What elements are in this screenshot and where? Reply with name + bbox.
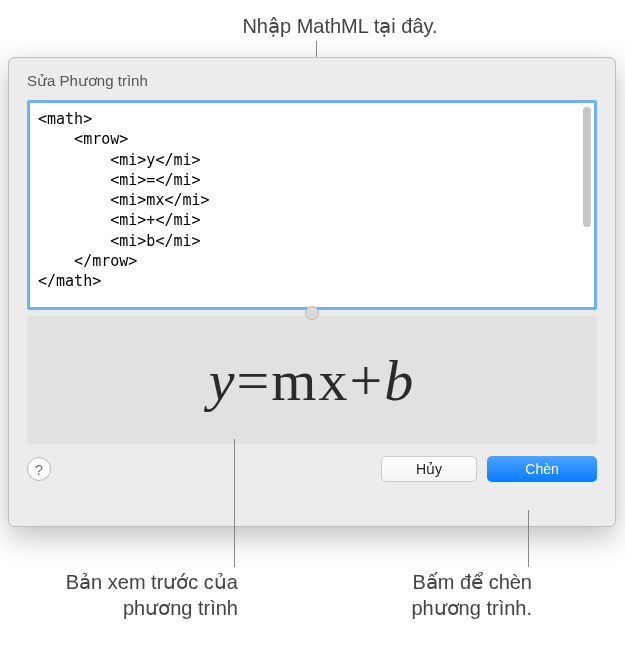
equation-preview: y=mx+b — [27, 316, 597, 444]
var-b: b — [384, 348, 415, 413]
callout-line — [528, 510, 529, 567]
equation-dialog: Sửa Phương trình <math> <mrow> <mi>y</mi… — [8, 57, 616, 527]
op-plus: + — [349, 348, 384, 413]
callout-line — [234, 439, 235, 567]
callout-text: phương trình — [20, 595, 238, 621]
help-button[interactable]: ? — [27, 457, 51, 481]
callout-text: Bản xem trước của — [20, 569, 238, 595]
callout-text: Bấm để chèn — [370, 569, 532, 595]
callout-preview-label: Bản xem trước của phương trình — [20, 569, 238, 621]
cancel-button[interactable]: Hủy — [381, 456, 477, 482]
equation-render: y=mx+b — [209, 347, 415, 414]
callout-insert-label: Bấm để chèn phương trình. — [370, 569, 532, 621]
help-icon: ? — [35, 461, 43, 478]
insert-label: Chèn — [525, 461, 558, 477]
callout-text: phương trình. — [370, 595, 532, 621]
var-m: m — [271, 348, 318, 413]
callout-input-label: Nhập MathML tại đây. — [210, 13, 470, 39]
scrollbar-thumb[interactable] — [583, 107, 591, 227]
var-x: x — [318, 348, 349, 413]
mathml-input[interactable]: <math> <mrow> <mi>y</mi> <mi>=</mi> <mi>… — [30, 103, 594, 307]
dialog-title: Sửa Phương trình — [27, 72, 597, 90]
resize-grip[interactable] — [305, 306, 319, 320]
cancel-label: Hủy — [416, 461, 442, 477]
op-eq: = — [237, 348, 272, 413]
insert-button[interactable]: Chèn — [487, 456, 597, 482]
mathml-input-container: <math> <mrow> <mi>y</mi> <mi>=</mi> <mi>… — [27, 100, 597, 310]
var-y: y — [209, 348, 237, 413]
callout-text: Nhập MathML tại đây. — [242, 15, 437, 37]
dialog-footer: ? Hủy Chèn — [27, 456, 597, 482]
